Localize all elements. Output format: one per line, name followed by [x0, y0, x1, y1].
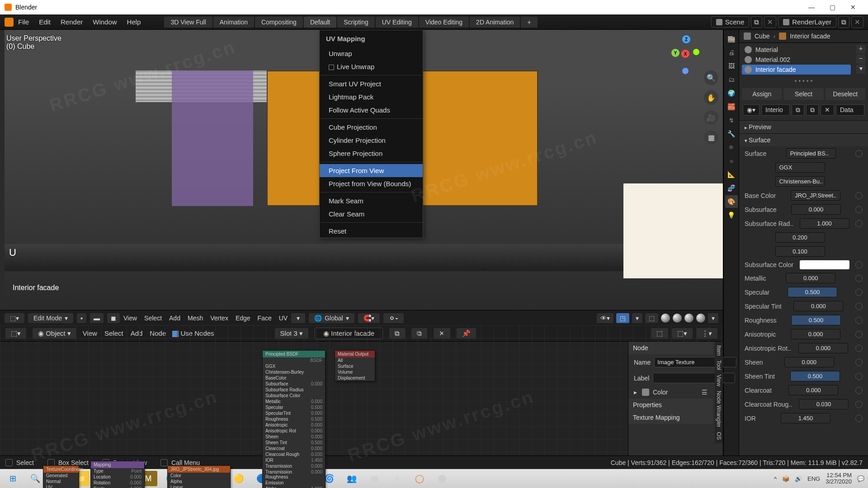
property-value[interactable]: 0.030	[799, 399, 849, 409]
mode-select[interactable]: Edit Mode ▾	[28, 313, 73, 323]
property-value[interactable]: 0.500	[790, 371, 840, 381]
blender-logo-icon[interactable]	[5, 18, 14, 27]
properties-tab-13[interactable]: 💡	[725, 209, 738, 221]
property-socket[interactable]	[855, 289, 863, 296]
search-button[interactable]: 🔍	[26, 471, 44, 486]
visibility-toggle[interactable]: 👁▾	[597, 313, 613, 323]
face-select-button[interactable]: ◼	[107, 313, 120, 323]
menu-file[interactable]: File	[18, 18, 29, 26]
properties-tab-4[interactable]: 🌍	[725, 87, 738, 99]
notifications-button[interactable]: 💬	[857, 475, 864, 482]
taskbar-app-11[interactable]: ✳	[388, 471, 406, 486]
ortho-toggle-button[interactable]: ▦	[704, 130, 718, 145]
node-material-output[interactable]: Material Output AllSurfaceVolumeDisplace…	[335, 350, 375, 381]
menu-help[interactable]: Help	[127, 18, 141, 26]
tray-chevron-icon[interactable]: ^	[774, 475, 777, 482]
axis-z-icon[interactable]: Z	[682, 35, 690, 43]
tray-dropbox-icon[interactable]: 📦	[782, 475, 789, 482]
uv-menu-item-smart-uv-project[interactable]: Smart UV Project	[320, 77, 423, 90]
properties-tab-10[interactable]: 📐	[725, 168, 738, 181]
material-link-select[interactable]: Data	[836, 104, 864, 116]
material-new-button[interactable]: ⧉	[792, 104, 804, 116]
axis-neg-icon[interactable]	[693, 49, 699, 55]
material-slot-material-002[interactable]: Material.002	[742, 55, 851, 65]
vp-menu-view[interactable]: View	[123, 314, 137, 322]
select-button[interactable]: Select	[783, 88, 823, 100]
property-value[interactable]: 0.000	[798, 343, 848, 353]
assign-button[interactable]: Assign	[742, 88, 782, 100]
uv-menu-item-mark-seam[interactable]: Mark Seam	[320, 194, 423, 207]
shading-wire-icon[interactable]	[661, 314, 670, 323]
node-texture-coordinate[interactable]: TextureCoordinate GeneratedNormalUVObjec…	[43, 465, 79, 488]
ne-side-tab-view[interactable]: View	[716, 375, 722, 386]
property-socket[interactable]	[855, 373, 863, 380]
pivot-select[interactable]: ▾	[291, 313, 305, 323]
node-principled-bsdf[interactable]: Principled BSDF BSDFGGXChristensen-Burle…	[262, 350, 326, 488]
snap-select[interactable]: 🧲▾	[358, 313, 380, 323]
taskbar-clock[interactable]: 12:54 PM 3/27/2020	[826, 472, 852, 485]
menu-window[interactable]: Window	[93, 18, 117, 26]
viewlayer-new-button[interactable]: ⧉	[838, 16, 849, 28]
tray-volume-icon[interactable]: 🔊	[795, 475, 802, 482]
start-button[interactable]: ⊞	[4, 471, 22, 486]
blender-taskbar-button-2[interactable]: ◯	[410, 471, 429, 486]
property-socket[interactable]	[855, 275, 863, 282]
properties-tab-5[interactable]: 🧱	[725, 100, 738, 113]
property-socket[interactable]	[855, 345, 863, 352]
gizmo-toggle[interactable]: ◳	[616, 313, 629, 323]
xray-toggle[interactable]: ⬚	[645, 313, 658, 323]
node-mapping[interactable]: Mapping TypePointLocation0.000Rotation0.…	[90, 461, 145, 488]
uv-menu-item-unwrap[interactable]: Unwrap	[320, 47, 423, 60]
material-name-field[interactable]: Interio	[761, 104, 790, 116]
properties-tab-3[interactable]: 🗂	[725, 73, 738, 86]
property-socket[interactable]	[855, 206, 863, 213]
add-material-slot-button[interactable]: +	[856, 45, 865, 54]
node-image-texture[interactable]: JRO_JPStreetc_304.jpg ColorAlphaLinearFl…	[167, 465, 231, 488]
shader-node-editor[interactable]: ⬚▾ ◉ Object ▾ ViewSelectAddNode Use Node…	[0, 325, 723, 455]
shading-rendered-icon[interactable]	[696, 314, 705, 323]
preview-panel-header[interactable]: Preview	[739, 120, 868, 133]
vp-menu-select[interactable]: Select	[144, 314, 162, 322]
viewlayer-selector[interactable]: RenderLayer	[778, 16, 836, 28]
3d-viewport[interactable]: User Perspective (0) Cube U Interior fac…	[0, 30, 723, 310]
ne-side-tab-os[interactable]: OS	[716, 432, 722, 440]
uv-menu-item-reset[interactable]: Reset	[320, 225, 423, 238]
properties-tab-9[interactable]: ⟐	[725, 155, 738, 167]
vp-menu-edge[interactable]: Edge	[236, 314, 250, 322]
material-unlink-button[interactable]: ✕	[821, 104, 834, 116]
uv-menu-item-follow-active-quads[interactable]: Follow Active Quads	[320, 103, 423, 117]
menu-render[interactable]: Render	[61, 18, 83, 26]
zoom-button[interactable]: 🔍	[704, 70, 718, 85]
chrome-button[interactable]: 🟡	[230, 471, 248, 486]
property-socket[interactable]	[855, 317, 863, 324]
uv-menu-item-clear-seam[interactable]: Clear Seam	[320, 207, 423, 221]
property-socket[interactable]	[855, 331, 863, 338]
editor-type-select[interactable]: ⬚▾	[5, 313, 24, 323]
property-socket[interactable]	[855, 359, 863, 366]
material-slot-interior-facade[interactable]: Interior facade	[742, 65, 851, 75]
properties-tab-2[interactable]: 🖼	[725, 60, 738, 72]
camera-view-button[interactable]: 🎥	[704, 110, 718, 125]
uv-menu-item-sphere-projection[interactable]: Sphere Projection	[320, 147, 423, 160]
material-specials-button[interactable]: ▾	[856, 65, 865, 74]
axis-neg2-icon[interactable]	[682, 68, 689, 74]
property-socket[interactable]	[855, 192, 863, 199]
shading-dropdown[interactable]: ▾	[708, 313, 718, 323]
scene-del-button[interactable]: ✕	[764, 16, 776, 28]
material-slot-list[interactable]: MaterialMaterial.002Interior facade	[739, 43, 854, 76]
property-value[interactable]: 0.000	[791, 329, 840, 339]
ne-side-tab-item[interactable]: Item	[716, 345, 722, 356]
property-value[interactable]: 0.500	[788, 287, 837, 297]
properties-tab-11[interactable]: 🧬	[725, 182, 738, 194]
workspace-tab-+[interactable]: +	[521, 17, 537, 28]
uv-menu-item-lightmap-pack[interactable]: Lightmap Pack	[320, 90, 423, 103]
surface-shader-select[interactable]: Principled BS..	[786, 148, 836, 159]
surface-node-socket[interactable]	[855, 150, 863, 157]
color-swatch-icon[interactable]	[642, 389, 649, 396]
axis-y-icon[interactable]: Y	[671, 49, 679, 57]
property-socket[interactable]	[855, 387, 863, 394]
overlay-toggle[interactable]: ▾	[632, 313, 642, 323]
node-name-input[interactable]	[654, 357, 736, 367]
vp-menu-face[interactable]: Face	[258, 314, 272, 322]
surface-panel-header[interactable]: Surface	[739, 133, 868, 146]
